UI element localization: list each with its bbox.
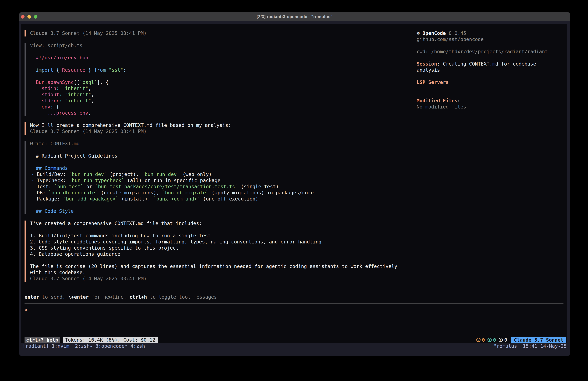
- transcript-line: 1. Build/lint/test commands including ho…: [30, 233, 397, 239]
- input-hint: enter to send, \+enter for newline, ctrl…: [24, 294, 217, 300]
- model-chip[interactable]: Claude 3.7 Sonnet: [511, 336, 566, 343]
- text-segment: \+enter: [68, 294, 89, 300]
- prompt-symbol-icon: >: [24, 307, 28, 313]
- text-segment: Bun.spawnSync: [36, 79, 74, 85]
- text-segment: (all) or run in specific package: [124, 178, 220, 183]
- text-segment: The file is concise (20 lines) and captu…: [30, 264, 397, 269]
- transcript-line: [30, 147, 397, 153]
- transcript-line: [30, 257, 397, 264]
- text-segment: ,: [88, 110, 91, 116]
- sidebar-line: Session: Creating CONTEXT.md for codebas…: [417, 61, 548, 67]
- text-segment: ], {: [97, 79, 109, 85]
- text-segment: with this codebase.: [30, 269, 85, 275]
- transcript-line: with this codebase.: [30, 269, 397, 276]
- transcript-line: stdin: "inherit",: [30, 86, 397, 92]
- text-segment: `bun run dev`: [69, 171, 107, 177]
- sidebar-line: Modified Files:: [417, 98, 548, 104]
- transcript-line: Claude 3.7 Sonnet (14 May 2025 03:41 PM): [30, 276, 397, 282]
- transcript-line: import { Resource } from "sst";: [30, 67, 397, 73]
- text-segment: Claude 3.7 Sonnet (14 May 2025 03:41 PM): [30, 30, 147, 36]
- info-diagnostic: i0: [487, 337, 496, 343]
- text-segment: `bun db migrate`: [162, 190, 209, 196]
- text-segment: "inherit": [65, 98, 91, 104]
- text-segment: Session: [417, 61, 437, 67]
- text-segment: 4. Database operations guidance: [30, 251, 120, 257]
- tmux-session-windows[interactable]: [radiant] 1:nvim 2:zsh- 3:opencode* 4:zs…: [22, 343, 145, 349]
- desktop: [2/3] radiant:3:opencode - "romulus" Cla…: [0, 0, 588, 381]
- text-segment: to send,: [39, 294, 68, 300]
- text-segment: ctrl+h: [129, 294, 147, 300]
- terminal-window: [2/3] radiant:3:opencode - "romulus" Cla…: [19, 12, 570, 356]
- close-button[interactable]: [21, 15, 24, 19]
- text-segment: github.com/sst/opencode: [417, 37, 483, 42]
- transcript-line: I've created a comprehensive CONTEXT.md …: [30, 221, 397, 227]
- prompt-input[interactable]: >: [24, 307, 28, 313]
- text-segment: :: [59, 98, 62, 104]
- text-segment: {: [53, 104, 59, 110]
- message-block: Write: CONTEXT.md# Radiant Project Guide…: [24, 141, 397, 214]
- text-segment: `psql`: [80, 79, 97, 85]
- transcript-line: ## Code Style: [30, 208, 397, 214]
- text-segment: :: [56, 86, 59, 91]
- help-chip[interactable]: ctrl+? help: [24, 336, 60, 343]
- text-segment: }: [85, 67, 94, 73]
- text-segment: Test:: [37, 184, 54, 189]
- text-segment: ;: [123, 67, 126, 73]
- text-segment: (install),: [118, 196, 153, 202]
- transcript-line: - Test: `bun test` or `bun test packages…: [30, 184, 397, 190]
- sidebar: © OpenCode 0.0.45github.com/sst/opencode…: [417, 30, 548, 110]
- warning-count: 0: [482, 337, 485, 343]
- hint-count: 0: [504, 337, 507, 343]
- text-segment: `bun run dev`: [142, 171, 180, 177]
- text-segment: ...process.env: [47, 110, 88, 116]
- text-segment: -: [31, 190, 37, 196]
- zoom-button[interactable]: [34, 15, 38, 19]
- sidebar-line: cwd: /home/thdxr/dev/projects/radiant/ra…: [417, 49, 548, 55]
- status-bar: ctrl+? help Tokens: 16.4K (8%), Cost: $0…: [24, 336, 566, 343]
- sidebar-line: analysis: [417, 67, 548, 73]
- transcript: Claude 3.7 Sonnet (14 May 2025 03:41 PM)…: [24, 30, 397, 288]
- text-segment: Build/Dev:: [37, 171, 69, 177]
- text-segment: # Radiant Project Guidelines: [36, 153, 117, 159]
- input-separator: [24, 303, 564, 304]
- text-segment: stdout: [42, 92, 59, 97]
- minimize-button[interactable]: [27, 15, 31, 19]
- text-segment: (one-off execution): [200, 196, 258, 202]
- text-segment: 1. Build/lint/test commands including ho…: [30, 233, 211, 238]
- text-segment: TypeCheck:: [37, 178, 69, 183]
- text-segment: "sst": [109, 67, 123, 73]
- text-segment: [62, 92, 65, 97]
- transcript-line: [30, 159, 397, 165]
- message-block: View: script/db.ts#!/usr/bin/env bunimpo…: [24, 43, 397, 116]
- text-segment: enter: [24, 294, 39, 300]
- text-segment: 2. Code style guidelines covering import…: [30, 239, 321, 245]
- transcript-line: 2. Code style guidelines covering import…: [30, 239, 397, 245]
- text-segment: to toggle tool messages: [147, 294, 217, 300]
- text-segment: Claude 3.7 Sonnet (14 May 2025 03:41 PM): [30, 276, 147, 281]
- text-segment: [106, 67, 109, 73]
- text-segment: ,: [91, 98, 94, 104]
- text-segment: Resource: [62, 67, 85, 73]
- text-segment: Claude 3.7 Sonnet (14 May 2025 03:41 PM): [30, 129, 147, 134]
- text-segment: :: [59, 92, 62, 97]
- message-block: Claude 3.7 Sonnet (14 May 2025 03:41 PM): [24, 30, 397, 37]
- transcript-line: The file is concise (20 lines) and captu…: [30, 264, 397, 269]
- transcript-line: - TypeCheck: `bun run typecheck` (all) o…: [30, 178, 397, 184]
- text-segment: "inherit": [65, 92, 91, 97]
- window-title: [2/3] radiant:3:opencode - "romulus": [256, 14, 332, 19]
- text-segment: -: [31, 196, 37, 202]
- titlebar[interactable]: [2/3] radiant:3:opencode - "romulus": [19, 12, 570, 21]
- transcript-line: stdout: "inherit",: [30, 92, 397, 98]
- text-segment: env: [42, 104, 50, 110]
- text-segment: `bun test`: [54, 184, 84, 189]
- text-segment: Now I'll create a comprehensive CONTEXT.…: [30, 122, 231, 128]
- text-segment: [62, 98, 65, 104]
- text-segment: #!/usr/bin/env bun: [36, 55, 88, 61]
- text-segment: (apply migrations) in packages/core: [209, 190, 314, 196]
- terminal-content[interactable]: Claude 3.7 Sonnet (14 May 2025 03:41 PM)…: [21, 24, 567, 343]
- text-segment: Package:: [37, 196, 63, 202]
- text-segment: (project),: [107, 171, 142, 177]
- transcript-line: # Radiant Project Guidelines: [30, 153, 397, 159]
- tmux-status-bar: [radiant] 1:nvim 2:zsh- 3:opencode* 4:zs…: [19, 343, 570, 349]
- text-segment: ,: [91, 92, 94, 97]
